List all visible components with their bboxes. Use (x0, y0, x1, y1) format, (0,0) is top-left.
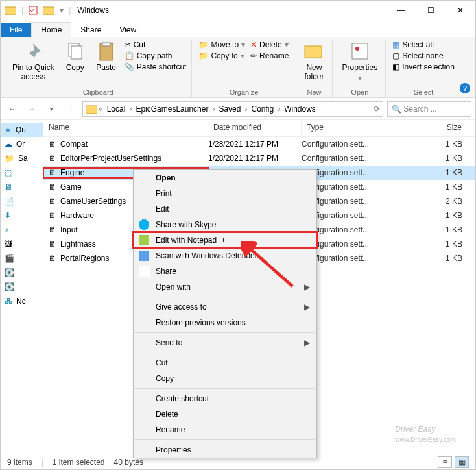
qat-checkbox-icon[interactable] (29, 6, 38, 15)
ribbon-tabs: File Home Share View (1, 20, 475, 37)
nav-item-disk[interactable]: 💽 (1, 266, 43, 280)
copy-button[interactable]: Copy (61, 40, 89, 73)
menu-item[interactable]: Give access to▶ (134, 299, 316, 315)
menu-item[interactable]: Print (134, 186, 316, 201)
view-icons-button[interactable]: ▦ (455, 456, 469, 468)
tab-share[interactable]: Share (71, 23, 110, 37)
file-row[interactable]: 🗎EditorPerProjectUserSettings 1/28/2021 … (43, 151, 475, 166)
address-bar: ← → ▾ ↑ « Local› EpicGamesLauncher› Save… (1, 98, 475, 120)
menu-item[interactable]: Cut (134, 355, 316, 371)
menu-item[interactable]: Share (134, 264, 316, 279)
title-bar: | ▾ | Windows — ☐ ✕ (1, 1, 475, 20)
copy-path-button[interactable]: 📋Copy path (123, 51, 188, 61)
nav-onedrive[interactable]: ☁Or (1, 137, 43, 151)
menu-item[interactable]: Rename (134, 422, 316, 438)
search-icon: 🔍 (392, 105, 401, 114)
menu-item[interactable]: Restore previous versions (134, 315, 316, 330)
help-button[interactable]: ? (460, 83, 470, 93)
bc-dropdown[interactable]: ⟳ (374, 105, 380, 114)
svg-rect-7 (305, 46, 322, 58)
nav-back-button[interactable]: ← (5, 101, 20, 117)
pin-icon (23, 41, 43, 62)
nav-network[interactable]: 🖧Nc (1, 294, 43, 308)
breadcrumb[interactable]: « Local› EpicGamesLauncher› Saved› Confi… (82, 101, 383, 117)
group-organize: 📁Move to▾ 📁Copy to▾ ✕Delete▾ ✏Rename Org… (193, 40, 294, 97)
file-icon: 🗎 (49, 140, 56, 149)
submenu-arrow-icon: ▶ (304, 338, 310, 347)
menu-item[interactable]: Scan with Windows Defender... (134, 248, 316, 264)
svg-rect-2 (43, 7, 54, 15)
file-size: 1 KB (396, 240, 475, 249)
copypath-icon: 📋 (125, 51, 134, 60)
nav-item-pictures[interactable]: 🖼 (1, 237, 43, 251)
pin-quick-access-button[interactable]: Pin to Quick access (8, 40, 58, 82)
maximize-button[interactable]: ☐ (416, 1, 446, 20)
bc-folder-icon (86, 105, 97, 114)
file-type: Configuration sett... (302, 154, 396, 163)
tab-view[interactable]: View (110, 23, 145, 37)
nav-saved[interactable]: 📁Sa (1, 151, 43, 166)
column-headers[interactable]: Name Date modified Type Size (43, 120, 475, 137)
menu-item[interactable]: Open with▶ (134, 279, 316, 295)
rename-button[interactable]: ✏Rename (249, 51, 290, 61)
col-type[interactable]: Type (302, 120, 396, 136)
nav-item-documents[interactable]: 📄 (1, 194, 43, 208)
file-icon: 🗎 (49, 168, 56, 177)
cut-button[interactable]: ✂Cut (123, 40, 188, 50)
file-name: GameUserSettings (60, 197, 126, 206)
window-title: Windows (77, 6, 109, 15)
nav-up-button[interactable]: ↑ (63, 101, 78, 117)
select-none-button[interactable]: ▢Select none (391, 51, 456, 61)
nav-item-downloads[interactable]: ⬇ (1, 208, 43, 223)
nav-recent-button[interactable]: ▾ (43, 101, 59, 117)
col-name[interactable]: Name (43, 120, 208, 136)
nav-quick-access[interactable]: ★Qu (1, 123, 43, 137)
minimize-button[interactable]: — (386, 1, 416, 20)
move-to-button[interactable]: 📁Move to▾ (197, 40, 246, 50)
paste-shortcut-button[interactable]: 📎Paste shortcut (123, 62, 188, 72)
col-date[interactable]: Date modified (208, 120, 302, 136)
rename-icon: ✏ (250, 51, 257, 60)
menu-item[interactable]: Delete (134, 406, 316, 422)
copy-to-button[interactable]: 📁Copy to▾ (197, 51, 246, 61)
nav-forward-button[interactable]: → (24, 101, 40, 117)
menu-item[interactable]: Edit (134, 201, 316, 217)
menu-separator (135, 439, 315, 440)
tab-home[interactable]: Home (31, 22, 71, 37)
tab-file[interactable]: File (1, 23, 31, 37)
qat-folder-icon[interactable] (43, 6, 54, 15)
nav-item-disk2[interactable]: 💽 (1, 280, 43, 294)
search-input[interactable]: 🔍 Search ... (387, 101, 471, 117)
menu-item[interactable]: Send to▶ (134, 335, 316, 351)
nav-item-3d[interactable]: ⬚ (1, 166, 43, 180)
menu-item[interactable]: Create shortcut (134, 391, 316, 406)
nav-item-videos[interactable]: 🎬 (1, 251, 43, 266)
status-selected: 1 item selected (53, 458, 105, 467)
menu-item[interactable]: Share with Skype (134, 217, 316, 232)
properties-button[interactable]: Properties▾ (338, 40, 381, 84)
view-details-button[interactable]: ≡ (438, 456, 452, 468)
nav-item-desktop[interactable]: 🖥 (1, 180, 43, 194)
menu-item[interactable]: Copy (134, 371, 316, 386)
svg-point-9 (355, 47, 359, 51)
svg-rect-10 (86, 106, 97, 114)
paste-icon (96, 41, 117, 62)
nav-item-music[interactable]: ♪ (1, 223, 43, 237)
paste-button[interactable]: Paste (92, 40, 121, 73)
qat-dropdown[interactable]: ▾ (60, 6, 64, 15)
file-size: 1 KB (396, 168, 475, 177)
file-row[interactable]: 🗎Compat 1/28/2021 12:17 PM Configuration… (43, 137, 475, 151)
new-folder-button[interactable]: New folder (300, 40, 328, 82)
delete-button[interactable]: ✕Delete▾ (249, 40, 290, 50)
select-all-button[interactable]: ▦Select all (391, 40, 456, 50)
file-name: Input (60, 225, 78, 234)
nav-pane[interactable]: ★Qu ☁Or 📁Sa ⬚ 🖥 📄 ⬇ ♪ 🖼 🎬 💽 💽 🖧Nc (1, 120, 43, 454)
status-bytes: 40 bytes (114, 458, 143, 467)
menu-item[interactable]: Open (134, 170, 316, 186)
file-icon: 🗎 (49, 254, 56, 263)
col-size[interactable]: Size (396, 120, 475, 136)
close-button[interactable]: ✕ (446, 1, 475, 20)
menu-item[interactable]: Properties (134, 442, 316, 458)
invert-selection-button[interactable]: ◧Invert selection (391, 62, 456, 72)
menu-item[interactable]: Edit with Notepad++ (134, 232, 316, 248)
